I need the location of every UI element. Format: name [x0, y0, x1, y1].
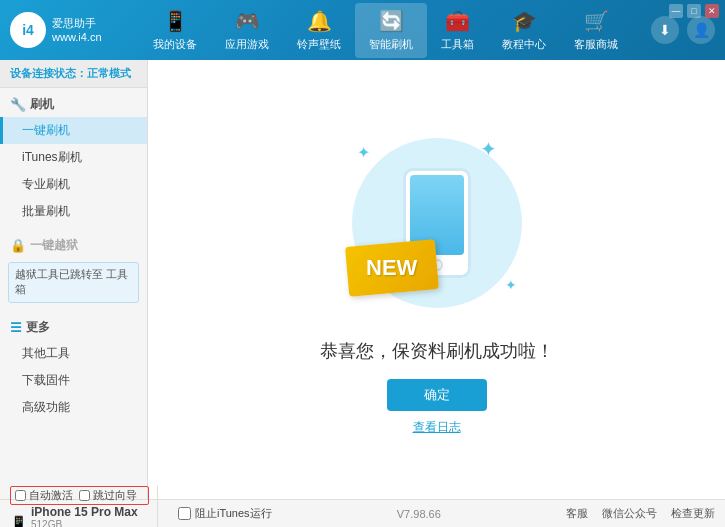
jailbreak-section-icon: 🔒	[10, 238, 26, 253]
nav-toolbox-label: 工具箱	[441, 37, 474, 52]
download-icon: ⬇	[659, 22, 671, 38]
sidebar-section-flash-header: 🔧 刷机	[0, 92, 147, 117]
nav-store[interactable]: 🛒 客服商城	[560, 3, 632, 58]
download-button[interactable]: ⬇	[651, 16, 679, 44]
content-area: NEW ✦ ✦ ✦ 恭喜您，保资料刷机成功啦！ 确定 查看日志	[148, 60, 725, 499]
logo-area: i4 爱思助手 www.i4.cn	[10, 12, 120, 48]
bottom-checkboxes: 自动激活 跳过向导	[10, 486, 149, 505]
more-section-label: 更多	[26, 319, 50, 336]
sidebar: 设备连接状态：正常模式 🔧 刷机 一键刷机 iTunes刷机 专业刷机 批量刷机…	[0, 60, 148, 499]
nav-my-device-label: 我的设备	[153, 37, 197, 52]
success-text: 恭喜您，保资料刷机成功啦！	[320, 339, 554, 363]
auto-activate-checkbox[interactable]	[15, 490, 26, 501]
sidebar-item-other-tools[interactable]: 其他工具	[0, 340, 147, 367]
bottom-left: 自动激活 跳过向导 📱 iPhone 15 Pro Max 512GB iPho…	[10, 486, 158, 527]
sidebar-notice-jailbreak: 越狱工具已跳转至 工具箱	[8, 262, 139, 303]
new-badge-text: NEW	[366, 255, 417, 281]
skip-guide-label: 跳过向导	[93, 488, 137, 503]
sidebar-item-pro-flash[interactable]: 专业刷机	[0, 171, 147, 198]
nav-store-label: 客服商城	[574, 37, 618, 52]
nav-smart-flash-icon: 🔄	[379, 9, 404, 33]
logo-text: 爱思助手 www.i4.cn	[52, 16, 102, 45]
nav-ringtones-label: 铃声壁纸	[297, 37, 341, 52]
device-info: 📱 iPhone 15 Pro Max 512GB iPhone	[10, 505, 149, 527]
sparkle-3: ✦	[505, 277, 517, 293]
nav-my-device-icon: 📱	[163, 9, 188, 33]
nav-ringtones-icon: 🔔	[307, 9, 332, 33]
device-phone-icon: 📱	[10, 515, 27, 527]
version-text: V7.98.66	[397, 508, 441, 520]
jailbreak-section-label: 一键越狱	[30, 237, 78, 254]
nav-tutorials-label: 教程中心	[502, 37, 546, 52]
nav-toolbox-icon: 🧰	[445, 9, 470, 33]
main-layout: 设备连接状态：正常模式 🔧 刷机 一键刷机 iTunes刷机 专业刷机 批量刷机…	[0, 60, 725, 499]
sidebar-item-download-firmware[interactable]: 下载固件	[0, 367, 147, 394]
new-ribbon: NEW	[344, 239, 438, 297]
itunes-label: 阻止iTunes运行	[195, 506, 272, 521]
more-section-icon: ☰	[10, 320, 22, 335]
nav-store-icon: 🛒	[584, 9, 609, 33]
nav-my-device[interactable]: 📱 我的设备	[139, 3, 211, 58]
user-icon: 👤	[693, 22, 710, 38]
sidebar-section-jailbreak: 🔒 一键越狱 越狱工具已跳转至 工具箱	[0, 229, 147, 311]
sidebar-status-value: 正常模式	[87, 67, 131, 79]
nav-tutorials-icon: 🎓	[512, 9, 537, 33]
bottom-link-support[interactable]: 客服	[566, 506, 588, 521]
logo-circle: i4	[10, 12, 46, 48]
nav-items: 📱 我的设备 🎮 应用游戏 🔔 铃声壁纸 🔄 智能刷机 🧰 工具箱 🎓 教程中心…	[120, 3, 651, 58]
nav-tutorials[interactable]: 🎓 教程中心	[488, 3, 560, 58]
sparkle-2: ✦	[480, 137, 497, 161]
device-details: iPhone 15 Pro Max 512GB iPhone	[31, 505, 138, 527]
nav-ringtones[interactable]: 🔔 铃声壁纸	[283, 3, 355, 58]
auto-activate-label: 自动激活	[29, 488, 73, 503]
nav-smart-flash-label: 智能刷机	[369, 37, 413, 52]
header-right: ⬇ 👤	[651, 16, 715, 44]
log-link[interactable]: 查看日志	[413, 419, 461, 436]
sidebar-item-one-key-flash[interactable]: 一键刷机	[0, 117, 147, 144]
device-name: iPhone 15 Pro Max	[31, 505, 138, 519]
sidebar-status: 设备连接状态：正常模式	[0, 60, 147, 88]
sidebar-section-jailbreak-header: 🔒 一键越狱	[0, 233, 147, 258]
nav-apps-label: 应用游戏	[225, 37, 269, 52]
sidebar-section-more: ☰ 更多 其他工具 下载固件 高级功能	[0, 311, 147, 425]
sidebar-item-batch-flash[interactable]: 批量刷机	[0, 198, 147, 225]
maximize-button[interactable]: □	[687, 4, 701, 18]
flash-section-label: 刷机	[30, 96, 54, 113]
window-controls: — □ ✕	[669, 4, 719, 18]
success-illustration: NEW ✦ ✦ ✦	[337, 123, 537, 323]
itunes-block[interactable]: 阻止iTunes运行	[178, 506, 272, 521]
sidebar-item-itunes-flash[interactable]: iTunes刷机	[0, 144, 147, 171]
sparkle-1: ✦	[357, 143, 370, 162]
confirm-button[interactable]: 确定	[387, 379, 487, 411]
device-storage: 512GB	[31, 519, 138, 527]
bottom-right: 阻止iTunes运行 V7.98.66 客服 微信公众号 检查更新	[168, 506, 715, 521]
bottom-link-wechat[interactable]: 微信公众号	[602, 506, 657, 521]
flash-section-icon: 🔧	[10, 97, 26, 112]
user-button[interactable]: 👤	[687, 16, 715, 44]
bottom-links: 客服 微信公众号 检查更新	[566, 506, 715, 521]
bottom-link-update[interactable]: 检查更新	[671, 506, 715, 521]
sidebar-item-advanced[interactable]: 高级功能	[0, 394, 147, 421]
checkbox-auto-activate[interactable]: 自动激活	[15, 488, 73, 503]
bottom-bar: 自动激活 跳过向导 📱 iPhone 15 Pro Max 512GB iPho…	[0, 499, 725, 527]
header: i4 爱思助手 www.i4.cn 📱 我的设备 🎮 应用游戏 🔔 铃声壁纸 🔄…	[0, 0, 725, 60]
sidebar-section-flash: 🔧 刷机 一键刷机 iTunes刷机 专业刷机 批量刷机	[0, 88, 147, 229]
close-button[interactable]: ✕	[705, 4, 719, 18]
sidebar-status-prefix: 设备连接状态：	[10, 67, 87, 79]
minimize-button[interactable]: —	[669, 4, 683, 18]
skip-guide-checkbox[interactable]	[79, 490, 90, 501]
sidebar-section-more-header: ☰ 更多	[0, 315, 147, 340]
nav-apps-icon: 🎮	[235, 9, 260, 33]
itunes-checkbox[interactable]	[178, 507, 191, 520]
logo-inner: i4	[22, 22, 34, 38]
nav-smart-flash[interactable]: 🔄 智能刷机	[355, 3, 427, 58]
nav-toolbox[interactable]: 🧰 工具箱	[427, 3, 488, 58]
checkbox-skip-guide[interactable]: 跳过向导	[79, 488, 137, 503]
nav-apps[interactable]: 🎮 应用游戏	[211, 3, 283, 58]
